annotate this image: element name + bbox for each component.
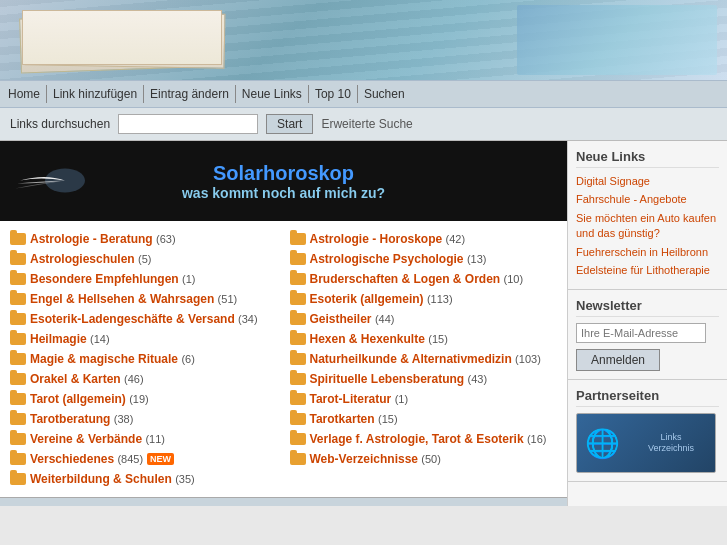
banner-line1: Solarhoroskop — [213, 162, 354, 185]
folder-icon — [10, 313, 26, 325]
folder-icon — [10, 273, 26, 285]
category-link[interactable]: Web-Verzeichnisse (50) — [310, 452, 441, 466]
list-item: Astrologie - Beratung (63) — [4, 229, 284, 249]
folder-icon — [290, 413, 306, 425]
category-link[interactable]: Esoterik-Ladengeschäfte & Versand (34) — [30, 312, 258, 326]
list-item: Hexen & Hexenkulte (15) — [284, 329, 564, 349]
search-button[interactable]: Start — [266, 114, 313, 134]
folder-icon — [10, 233, 26, 245]
category-link[interactable]: Vereine & Verbände (11) — [30, 432, 165, 446]
sidebar-link-4[interactable]: Edelsteine für Lithotherapie — [576, 263, 719, 278]
folder-icon — [290, 433, 306, 445]
list-item: Verschiedenes (845) NEW — [4, 449, 284, 469]
newsletter-submit-button[interactable]: Anmelden — [576, 349, 660, 371]
category-link[interactable]: Tarot-Literatur (1) — [310, 392, 409, 406]
category-link[interactable]: Astrologische Psychologie (13) — [310, 252, 487, 266]
folder-icon — [10, 393, 26, 405]
list-item: Tarot-Literatur (1) — [284, 389, 564, 409]
category-link[interactable]: Tarotkarten (15) — [310, 412, 398, 426]
sidebar-link-1[interactable]: Fahrschule - Angebote — [576, 192, 719, 207]
neue-links-heading: Neue Links — [576, 149, 719, 168]
folder-icon — [290, 293, 306, 305]
sidebar-link-3[interactable]: Fuehrerschein in Heilbronn — [576, 245, 719, 260]
bottom-bar — [0, 497, 567, 506]
category-link[interactable]: Tarotberatung (38) — [30, 412, 133, 426]
header-banner — [0, 0, 727, 80]
folder-icon — [10, 413, 26, 425]
list-item: Astrologische Psychologie (13) — [284, 249, 564, 269]
new-badge: NEW — [147, 453, 174, 465]
category-link[interactable]: Orakel & Karten (46) — [30, 372, 144, 386]
list-item: Web-Verzeichnisse (50) — [284, 449, 564, 469]
folder-icon — [290, 333, 306, 345]
partnerseiten-section: Partnerseiten LinksVerzeichnis — [568, 380, 727, 482]
search-input[interactable] — [118, 114, 258, 134]
folder-icon — [10, 253, 26, 265]
category-link[interactable]: Geistheiler (44) — [310, 312, 395, 326]
advanced-search-link[interactable]: Erweiterte Suche — [321, 117, 412, 131]
nav-edit-entry[interactable]: Eintrag ändern — [144, 85, 236, 103]
category-link[interactable]: Naturheilkunde & Alternativmedizin (103) — [310, 352, 541, 366]
partner-image[interactable]: LinksVerzeichnis — [576, 413, 716, 473]
nav-new-links[interactable]: Neue Links — [236, 85, 309, 103]
category-link[interactable]: Astrologie - Horoskope (42) — [310, 232, 466, 246]
sidebar-link-2[interactable]: Sie möchten ein Auto kaufen und das güns… — [576, 211, 719, 242]
category-link[interactable]: Esoterik (allgemein) (113) — [310, 292, 453, 306]
folder-icon — [290, 253, 306, 265]
newsletter-email-input[interactable] — [576, 323, 706, 343]
neue-links-section: Neue Links Digital Signage Fahrschule - … — [568, 141, 727, 290]
list-item: Tarotkarten (15) — [284, 409, 564, 429]
list-item: Geistheiler (44) — [284, 309, 564, 329]
category-link[interactable]: Verlage f. Astrologie, Tarot & Esoterik … — [310, 432, 547, 446]
category-link[interactable]: Heilmagie (14) — [30, 332, 110, 346]
nav-top10[interactable]: Top 10 — [309, 85, 358, 103]
newsletter-section: Newsletter Anmelden — [568, 290, 727, 380]
list-item: Heilmagie (14) — [4, 329, 284, 349]
category-link[interactable]: Verschiedenes (845) — [30, 452, 143, 466]
folder-icon — [290, 273, 306, 285]
nav-search[interactable]: Suchen — [358, 85, 411, 103]
categories-grid: Astrologie - Beratung (63) Astrologiesch… — [0, 221, 567, 497]
category-link[interactable]: Spirituelle Lebensberatung (43) — [310, 372, 488, 386]
list-item: Esoterik (allgemein) (113) — [284, 289, 564, 309]
category-link[interactable]: Tarot (allgemein) (19) — [30, 392, 149, 406]
folder-icon — [10, 453, 26, 465]
list-item: Spirituelle Lebensberatung (43) — [284, 369, 564, 389]
list-item: Bruderschaften & Logen & Orden (10) — [284, 269, 564, 289]
list-item: Tarotberatung (38) — [4, 409, 284, 429]
folder-icon — [10, 293, 26, 305]
category-link[interactable]: Besondere Empfehlungen (1) — [30, 272, 195, 286]
list-item: Astrologie - Horoskope (42) — [284, 229, 564, 249]
folder-icon — [10, 373, 26, 385]
category-link[interactable]: Astrologieschulen (5) — [30, 252, 151, 266]
sidebar-link-0[interactable]: Digital Signage — [576, 174, 719, 189]
folder-icon — [290, 313, 306, 325]
nav-add-link[interactable]: Link hinzufügen — [47, 85, 144, 103]
folder-icon — [290, 353, 306, 365]
category-link[interactable]: Weiterbildung & Schulen (35) — [30, 472, 195, 486]
list-item: Magie & magische Rituale (6) — [4, 349, 284, 369]
nav-bar: Home Link hinzufügen Eintrag ändern Neue… — [0, 80, 727, 108]
content-area: Solarhoroskop was kommt noch auf mich zu… — [0, 141, 567, 506]
list-item: Naturheilkunde & Alternativmedizin (103) — [284, 349, 564, 369]
folder-icon — [10, 433, 26, 445]
folder-icon — [290, 393, 306, 405]
newsletter-heading: Newsletter — [576, 298, 719, 317]
list-item: Astrologieschulen (5) — [4, 249, 284, 269]
folder-icon — [10, 353, 26, 365]
folder-icon — [10, 333, 26, 345]
category-link[interactable]: Magie & magische Rituale (6) — [30, 352, 195, 366]
banner-line2: was kommt noch auf mich zu? — [182, 185, 385, 201]
category-link[interactable]: Astrologie - Beratung (63) — [30, 232, 176, 246]
banner-ad[interactable]: Solarhoroskop was kommt noch auf mich zu… — [0, 141, 567, 221]
list-item: Esoterik-Ladengeschäfte & Versand (34) — [4, 309, 284, 329]
list-item: Orakel & Karten (46) — [4, 369, 284, 389]
category-link[interactable]: Bruderschaften & Logen & Orden (10) — [310, 272, 524, 286]
list-item: Vereine & Verbände (11) — [4, 429, 284, 449]
folder-icon — [290, 233, 306, 245]
category-link[interactable]: Hexen & Hexenkulte (15) — [310, 332, 448, 346]
category-link[interactable]: Engel & Hellsehen & Wahrsagen (51) — [30, 292, 237, 306]
search-label: Links durchsuchen — [10, 117, 110, 131]
folder-icon — [290, 373, 306, 385]
nav-home[interactable]: Home — [8, 85, 47, 103]
